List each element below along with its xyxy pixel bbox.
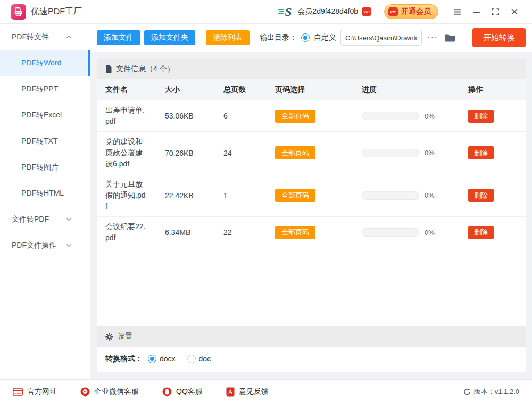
progress-cell: 0% (362, 149, 468, 157)
file-pages: 1 (223, 191, 275, 200)
footer: .com 官方网址 企业微信客服 (0, 379, 532, 404)
sidebar-group-pdf-operations[interactable]: PDF文件操作 (0, 232, 90, 258)
body: PDF转文件 PDF转Word PDF转PPT PDF转Excel PDF转TX… (0, 24, 532, 379)
file-size: 22.42KB (165, 191, 223, 200)
add-folder-button[interactable]: 添加文件夹 (144, 30, 195, 45)
file-panel: 文件信息（4 个） 文件名 大小 总页数 页码选择 进度 操作 出差申请单.pd… (97, 59, 526, 372)
sidebar-item-pdf-to-ppt[interactable]: PDF转PPT (0, 76, 90, 102)
col-size: 大小 (165, 85, 223, 95)
format-option-docx[interactable]: docx (148, 355, 176, 363)
open-vip-button[interactable]: VIP 开通会员 (384, 4, 438, 19)
menu-icon[interactable] (449, 4, 465, 20)
file-size: 70.26KB (165, 149, 223, 157)
output-path-input[interactable] (340, 30, 422, 46)
sidebar-item-label: PDF转Excel (21, 111, 62, 120)
qq-support-label: QQ客服 (176, 387, 203, 397)
sidebar-item-pdf-to-excel[interactable]: PDF转Excel (0, 102, 90, 128)
output-dir-label: 输出目录： (260, 33, 297, 43)
table-row: 关于元旦放假的通知.pdf 22.42KB 1 全部页码 0% 删除 (97, 174, 526, 217)
chevron-up-icon (66, 35, 72, 39)
qq-support-link[interactable]: QQ客服 (162, 387, 203, 397)
official-site-link[interactable]: .com 官方网址 (13, 387, 57, 397)
progress-bar (362, 228, 419, 237)
sidebar-group-label: PDF文件操作 (12, 241, 56, 250)
start-convert-button[interactable]: 开始转换 (472, 28, 526, 47)
feedback-label: 意见反馈 (239, 387, 269, 397)
page-select-button[interactable]: 全部页码 (275, 226, 315, 239)
brand: PDF 优速PDF工厂 (11, 4, 82, 20)
svg-text:.com: .com (14, 392, 21, 395)
feedback-icon (226, 387, 235, 397)
wechat-support-link[interactable]: 企业微信客服 (80, 387, 139, 397)
page-select-button[interactable]: 全部页码 (275, 146, 315, 159)
custom-dir-radio[interactable] (301, 33, 310, 42)
docx-radio[interactable] (148, 355, 156, 363)
file-name: 出差申请单.pdf (105, 105, 147, 127)
sidebar-group-label: 文件转PDF (12, 215, 49, 224)
sidebar: PDF转文件 PDF转Word PDF转PPT PDF转Excel PDF转TX… (0, 24, 90, 379)
progress-cell: 0% (362, 228, 468, 237)
browse-more-button[interactable]: ··· (426, 32, 439, 43)
progress-percent: 0% (425, 112, 435, 120)
page-select-button[interactable]: 全部页码 (275, 110, 315, 123)
docx-label: docx (160, 355, 176, 363)
sidebar-item-label: PDF转HTML (21, 189, 64, 198)
progress-percent: 0% (425, 191, 435, 199)
sidebar-item-pdf-to-txt[interactable]: PDF转TXT (0, 128, 90, 154)
sidebar-item-pdf-to-word[interactable]: PDF转Word (0, 50, 90, 76)
sidebar-group-file-to-pdf[interactable]: 文件转PDF (0, 206, 90, 232)
avatar: S (278, 5, 294, 19)
format-option-doc[interactable]: doc (187, 355, 211, 363)
file-pages: 24 (223, 149, 275, 157)
vip-badge-icon: VIP (388, 7, 398, 16)
sidebar-group-pdf-to-file[interactable]: PDF转文件 (0, 24, 90, 50)
sidebar-item-pdf-to-html[interactable]: PDF转HTML (0, 180, 90, 206)
settings-row: 转换格式： docx doc (97, 347, 526, 372)
sidebar-item-label: PDF转图片 (21, 163, 59, 172)
website-icon: .com (13, 388, 23, 396)
maximize-icon[interactable] (487, 4, 503, 20)
chevron-down-icon (66, 243, 72, 247)
sidebar-item-label: PDF转TXT (21, 137, 57, 146)
file-name: 会议纪要22.pdf (105, 221, 147, 243)
page-select-button[interactable]: 全部页码 (275, 189, 315, 202)
titlebar: PDF 优速PDF工厂 S 会员2d9f428d4f0b VIP (0, 0, 532, 24)
table-header: 文件名 大小 总页数 页码选择 进度 操作 (97, 79, 526, 100)
vip-badge-icon: VIP (362, 7, 371, 16)
col-pages: 总页数 (223, 85, 275, 95)
feedback-link[interactable]: 意见反馈 (226, 387, 269, 397)
document-icon (105, 65, 112, 73)
file-name: 关于元旦放假的通知.pdf (105, 179, 147, 212)
table-row: 党的建设和廉政公署建设6.pdf 70.26KB 24 全部页码 0% 删除 (97, 132, 526, 174)
sidebar-item-label: PDF转PPT (21, 85, 58, 94)
doc-radio[interactable] (187, 355, 196, 363)
main-area: 添加文件 添加文件夹 清除列表 输出目录： 自定义 ··· 开始转换 (90, 24, 532, 379)
wechat-icon (80, 387, 90, 397)
file-size: 53.06KB (165, 112, 223, 120)
delete-button[interactable]: 删除 (468, 146, 494, 159)
progress-bar (362, 149, 419, 157)
official-site-label: 官方网址 (27, 387, 57, 397)
col-action: 操作 (468, 85, 517, 95)
add-file-button[interactable]: 添加文件 (97, 30, 140, 45)
minimize-icon[interactable] (468, 4, 484, 20)
refresh-icon[interactable] (463, 388, 471, 395)
col-filename: 文件名 (105, 85, 165, 95)
member-id: 会员2d9f428d4f0b (297, 7, 358, 16)
delete-button[interactable]: 删除 (468, 110, 494, 123)
member-info[interactable]: S 会员2d9f428d4f0b VIP (278, 5, 371, 19)
sidebar-item-pdf-to-image[interactable]: PDF转图片 (0, 154, 90, 180)
gear-icon (105, 333, 113, 341)
col-page-select: 页码选择 (275, 85, 362, 95)
empty-area (97, 248, 526, 326)
delete-button[interactable]: 删除 (468, 226, 494, 239)
app-logo-icon: PDF (11, 4, 26, 20)
open-folder-icon[interactable] (443, 33, 456, 43)
close-icon[interactable] (506, 4, 522, 20)
clear-list-button[interactable]: 清除列表 (206, 30, 250, 45)
col-progress: 进度 (362, 85, 468, 95)
delete-button[interactable]: 删除 (468, 189, 494, 202)
window-controls (449, 4, 522, 20)
app-title: 优速PDF工厂 (31, 6, 82, 18)
settings-header: 设置 (97, 326, 526, 347)
